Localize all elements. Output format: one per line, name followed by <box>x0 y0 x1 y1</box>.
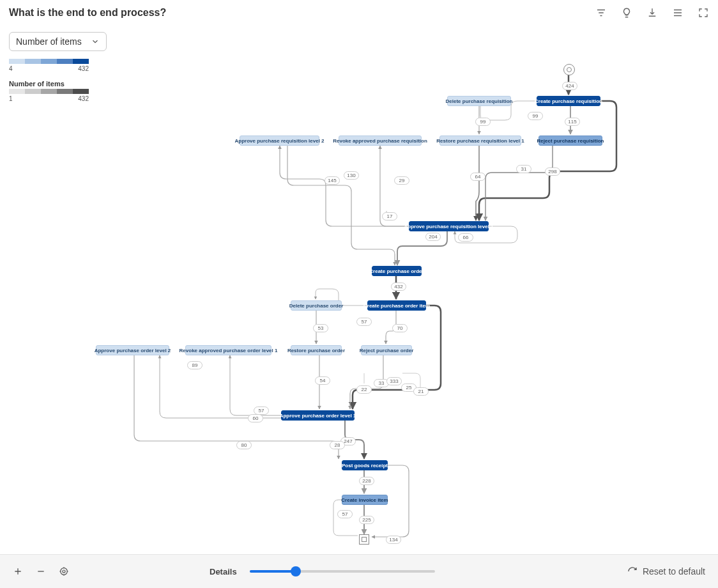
node-restore-po[interactable]: Restore purchase order <box>291 345 342 355</box>
edge-count: 130 <box>344 171 359 180</box>
node-delete-pr[interactable]: Delete purchase requisition <box>447 96 511 106</box>
node-create-pr[interactable]: Create purchase requisition <box>537 96 600 106</box>
filter-icon[interactable] <box>595 7 607 19</box>
edge-count: 66 <box>458 233 473 242</box>
page-title: What is the end to end process? <box>9 7 166 19</box>
edge-count: 53 <box>313 324 328 332</box>
edge-count: 21 <box>413 387 429 396</box>
edge-count: 64 <box>470 173 485 181</box>
details-label: Details <box>210 567 237 576</box>
edge-count: 115 <box>565 118 580 126</box>
recenter-button[interactable] <box>59 566 69 576</box>
node-create-po-item[interactable]: Create purchase order item <box>367 300 426 311</box>
node-approve-po-l1[interactable]: Approve purchase order level 1 <box>281 410 355 421</box>
edge-count: 29 <box>394 176 409 185</box>
zoom-out-button[interactable] <box>36 566 46 576</box>
lightbulb-icon[interactable] <box>621 7 632 19</box>
node-revoke-po-l1[interactable]: Revoke approved purchase order level 1 <box>185 345 271 355</box>
node-restore-pr-l1[interactable]: Restore purchase requisition level 1 <box>439 135 521 146</box>
node-approve-pr-l1[interactable]: Approve purchase requisition level 1 <box>409 221 489 231</box>
start-node[interactable] <box>563 64 575 75</box>
fullscreen-icon[interactable] <box>698 7 709 19</box>
svg-point-1 <box>61 568 68 575</box>
node-reject-pr[interactable]: Reject purchase requisition <box>538 135 602 146</box>
edge-count: 225 <box>359 516 374 524</box>
edge-count: 31 <box>516 165 531 173</box>
reset-button[interactable]: Reset to default <box>627 566 705 576</box>
node-delete-po[interactable]: Delete purchase order <box>291 300 342 311</box>
edge-count: 432 <box>391 282 406 291</box>
edge-count: 28 <box>330 441 345 449</box>
edge-count: 57 <box>356 318 372 326</box>
node-post-gr[interactable]: Post goods receipt <box>342 460 388 470</box>
refresh-icon <box>627 566 638 576</box>
edge-count: 17 <box>382 212 397 220</box>
end-node[interactable] <box>359 534 369 545</box>
edge-count: 99 <box>475 118 491 126</box>
edge-count: 228 <box>359 477 374 485</box>
edge-count: 22 <box>356 385 372 394</box>
edge-count: 54 <box>315 376 330 385</box>
node-approve-pr-l2[interactable]: Approve purchase requisition level 2 <box>240 135 319 146</box>
details-slider[interactable] <box>250 570 435 573</box>
edge-count: 333 <box>386 377 402 385</box>
menu-icon[interactable] <box>672 7 684 19</box>
process-canvas[interactable]: Delete purchase requisition Create purch… <box>0 26 718 555</box>
node-create-inv[interactable]: Create invoice item <box>342 495 388 505</box>
edge-count: 57 <box>337 510 353 518</box>
edge-count: 145 <box>325 176 340 185</box>
node-revoke-pr[interactable]: Revoke approved purchase requisition <box>339 135 422 146</box>
node-approve-po-l2[interactable]: Approve purchase order level 2 <box>96 345 169 355</box>
node-reject-po[interactable]: Reject purchase order <box>361 345 412 355</box>
edge-count: 70 <box>392 324 408 332</box>
edge-count: 99 <box>528 112 543 120</box>
edge-count: 89 <box>187 361 202 369</box>
zoom-in-button[interactable] <box>13 566 23 576</box>
edge-count: 298 <box>545 167 560 176</box>
download-icon[interactable] <box>646 7 658 19</box>
edge-count: 80 <box>236 441 252 449</box>
edge-count: 60 <box>248 414 263 422</box>
edge-count: 424 <box>562 82 577 90</box>
edge-count: 204 <box>425 233 441 241</box>
svg-point-0 <box>63 570 65 573</box>
node-create-po[interactable]: Create purchase order <box>372 266 422 276</box>
edge-count: 134 <box>386 536 401 544</box>
